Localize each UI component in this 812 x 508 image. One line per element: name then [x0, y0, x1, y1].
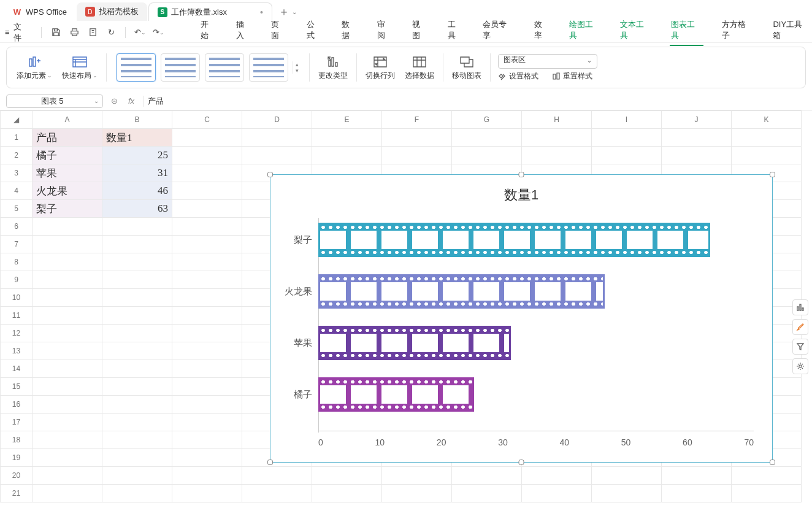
resize-handle[interactable]	[519, 460, 524, 465]
cell-F2[interactable]	[382, 147, 452, 164]
cell-B10[interactable]	[102, 289, 172, 307]
cell-B19[interactable]	[102, 449, 172, 467]
cell-C21[interactable]	[172, 485, 242, 502]
cell-A10[interactable]	[33, 289, 102, 307]
row-header-9[interactable]: 9	[1, 271, 33, 289]
chart-style-2[interactable]	[161, 53, 200, 82]
row-header-5[interactable]: 5	[1, 200, 33, 218]
col-header-G[interactable]: G	[452, 111, 522, 129]
cell-C13[interactable]	[172, 342, 242, 360]
row-header-2[interactable]: 2	[1, 147, 33, 164]
resize-handle[interactable]	[267, 460, 273, 465]
chart-style-button[interactable]	[792, 319, 808, 335]
app-tab-wps[interactable]: W WPS Office	[4, 2, 75, 21]
row-header-7[interactable]: 7	[1, 236, 33, 253]
print-button[interactable]	[67, 26, 81, 39]
col-header-F[interactable]: F	[382, 111, 452, 129]
cell-C8[interactable]	[172, 253, 242, 271]
col-header-J[interactable]: J	[662, 111, 732, 129]
save-button[interactable]	[49, 26, 63, 39]
cell-A19[interactable]	[33, 449, 102, 467]
cell-D20[interactable]	[242, 467, 312, 485]
cell-A11[interactable]	[33, 307, 102, 325]
app-tab-file[interactable]: S 工作簿数量.xlsx •	[148, 2, 272, 21]
cell-A15[interactable]	[33, 378, 102, 396]
cell-B12[interactable]	[102, 325, 172, 342]
cell-A6[interactable]	[33, 218, 102, 236]
cell-I20[interactable]	[592, 467, 662, 485]
cell-A5[interactable]: 梨子	[33, 200, 102, 218]
cell-C11[interactable]	[172, 307, 242, 325]
set-format-button[interactable]: 设置格式	[498, 71, 538, 82]
cell-C6[interactable]	[172, 218, 242, 236]
cell-A16[interactable]	[33, 396, 102, 414]
cell-F20[interactable]	[382, 467, 452, 485]
bar-火龙果[interactable]: 火龙果	[318, 274, 605, 309]
select-data-button[interactable]: 选择数据	[400, 50, 439, 85]
cell-K20[interactable]	[732, 467, 802, 485]
menu-item-9[interactable]: 效率	[533, 19, 551, 46]
cell-A21[interactable]	[33, 485, 102, 502]
cell-H21[interactable]	[522, 485, 592, 502]
cell-B4[interactable]: 46	[102, 182, 172, 200]
cell-E1[interactable]	[312, 129, 382, 147]
row-header-18[interactable]: 18	[1, 431, 33, 449]
menu-item-1[interactable]: 插入	[235, 19, 253, 46]
cell-A17[interactable]	[33, 414, 102, 431]
row-header-10[interactable]: 10	[1, 289, 33, 307]
row-header-20[interactable]: 20	[1, 467, 33, 485]
cell-B9[interactable]	[102, 271, 172, 289]
add-element-button[interactable]: 添加元素⌄	[12, 50, 57, 85]
menu-item-11[interactable]: 文本工具	[619, 19, 653, 46]
cell-D1[interactable]	[242, 129, 312, 147]
row-header-14[interactable]: 14	[1, 360, 33, 378]
cell-C7[interactable]	[172, 236, 242, 253]
cell-H20[interactable]	[522, 467, 592, 485]
select-all-corner[interactable]: ◢	[1, 111, 33, 129]
cell-G20[interactable]	[452, 467, 522, 485]
cell-C2[interactable]	[172, 147, 242, 164]
cell-H1[interactable]	[522, 129, 592, 147]
row-header-21[interactable]: 21	[1, 485, 33, 502]
chart-object[interactable]: 数量1 010203040506070 梨子 火龙果 苹果 橘子	[270, 174, 773, 463]
switch-row-col-button[interactable]: 切换行列	[361, 50, 400, 85]
cell-A2[interactable]: 橘子	[33, 147, 102, 164]
cell-I21[interactable]	[592, 485, 662, 502]
cell-B3[interactable]: 31	[102, 164, 172, 182]
print-preview-button[interactable]	[86, 26, 99, 39]
resize-handle[interactable]	[519, 172, 524, 177]
cell-C10[interactable]	[172, 289, 242, 307]
menu-item-3[interactable]: 公式	[305, 19, 324, 46]
col-header-K[interactable]: K	[732, 111, 802, 129]
menu-item-12[interactable]: 图表工具	[670, 19, 703, 46]
bar-橘子[interactable]: 橘子	[318, 377, 474, 412]
cell-B16[interactable]	[102, 396, 172, 414]
cell-E2[interactable]	[312, 147, 382, 164]
chart-elements-button[interactable]	[792, 299, 808, 315]
fx-icon[interactable]: fx	[125, 96, 137, 106]
row-header-15[interactable]: 15	[1, 378, 33, 396]
chart-style-gallery[interactable]: ▴▾	[110, 50, 305, 85]
cell-C1[interactable]	[172, 129, 242, 147]
chart-settings-button[interactable]	[792, 358, 808, 374]
cell-C5[interactable]	[172, 200, 242, 218]
zoom-cancel-icon[interactable]: ⊝	[108, 96, 120, 106]
cell-B17[interactable]	[102, 414, 172, 431]
cell-B5[interactable]: 63	[102, 200, 172, 218]
undo-button[interactable]: ↶⌄	[133, 26, 147, 39]
cell-C3[interactable]	[172, 164, 242, 182]
menu-item-2[interactable]: 页面	[270, 19, 288, 46]
cell-C12[interactable]	[172, 325, 242, 342]
cell-G1[interactable]	[452, 129, 522, 147]
row-header-4[interactable]: 4	[1, 182, 33, 200]
cell-B7[interactable]	[102, 236, 172, 253]
resize-handle[interactable]	[770, 172, 775, 177]
chart-area-select[interactable]: 图表区	[498, 54, 597, 69]
menu-item-10[interactable]: 绘图工具	[568, 19, 602, 46]
chart-style-1[interactable]	[117, 53, 156, 82]
row-header-3[interactable]: 3	[1, 164, 33, 182]
cell-J20[interactable]	[662, 467, 732, 485]
cell-J2[interactable]	[662, 147, 732, 164]
chart-title[interactable]: 数量1	[270, 175, 772, 210]
col-header-E[interactable]: E	[312, 111, 382, 129]
